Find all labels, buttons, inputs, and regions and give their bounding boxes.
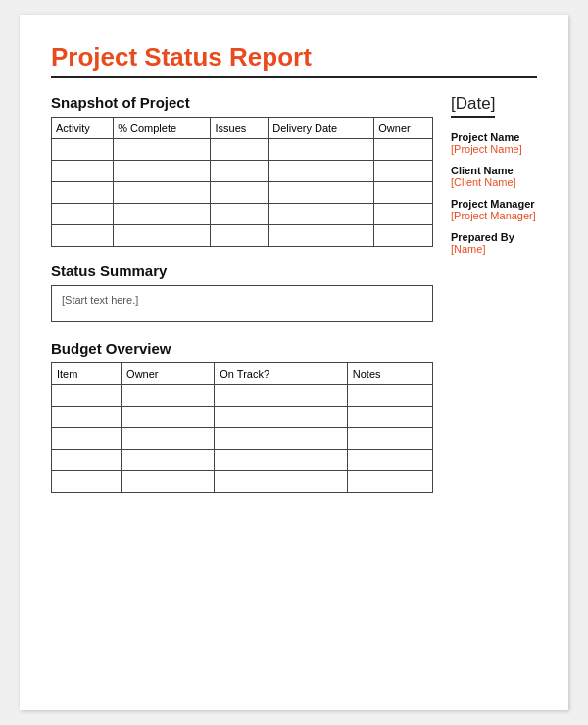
- budget-row: [52, 428, 433, 450]
- status-text-box[interactable]: [Start text here.]: [51, 285, 433, 322]
- budget-cell[interactable]: [122, 471, 215, 493]
- snapshot-cell[interactable]: [269, 204, 374, 225]
- budget-cell[interactable]: [52, 471, 122, 493]
- title-divider: [51, 76, 537, 78]
- project-manager-label: Project Manager: [451, 198, 588, 210]
- snapshot-cell[interactable]: [114, 182, 211, 204]
- budget-col-ontrack: On Track?: [215, 363, 347, 385]
- client-name-block: Client Name [Client Name]: [451, 165, 588, 188]
- snapshot-cell[interactable]: [374, 204, 433, 225]
- project-manager-value[interactable]: [Project Manager]: [451, 210, 588, 221]
- snapshot-cell[interactable]: [269, 161, 374, 182]
- snapshot-title: Snapshot of Project: [51, 94, 433, 111]
- budget-title: Budget Overview: [51, 340, 433, 357]
- snapshot-section: Snapshot of Project Activity % Complete …: [51, 94, 433, 247]
- snapshot-row: [52, 204, 433, 225]
- budget-col-item: Item: [52, 363, 122, 385]
- project-name-value[interactable]: [Project Name]: [451, 143, 588, 155]
- budget-cell[interactable]: [215, 385, 347, 407]
- budget-row: [52, 385, 433, 407]
- snapshot-row: [52, 139, 433, 161]
- snapshot-cell[interactable]: [114, 139, 211, 161]
- budget-cell[interactable]: [122, 450, 215, 471]
- budget-cell[interactable]: [122, 385, 215, 407]
- budget-cell[interactable]: [52, 450, 122, 471]
- budget-cell[interactable]: [347, 407, 432, 428]
- prepared-by-value[interactable]: [Name]: [451, 243, 588, 255]
- snapshot-cell[interactable]: [114, 204, 211, 225]
- snapshot-cell[interactable]: [374, 161, 433, 182]
- snapshot-cell[interactable]: [114, 225, 211, 247]
- client-name-label: Client Name: [451, 165, 588, 176]
- budget-cell[interactable]: [215, 450, 347, 471]
- budget-cell[interactable]: [347, 385, 432, 407]
- snapshot-cell[interactable]: [374, 182, 433, 204]
- date-placeholder[interactable]: [Date]: [451, 94, 495, 118]
- project-name-block: Project Name [Project Name]: [451, 131, 588, 155]
- project-manager-block: Project Manager [Project Manager]: [451, 198, 588, 221]
- snapshot-cell[interactable]: [211, 225, 269, 247]
- snapshot-cell[interactable]: [211, 182, 269, 204]
- right-column: [Date] Project Name [Project Name] Clien…: [451, 94, 588, 493]
- snapshot-cell[interactable]: [114, 161, 211, 182]
- snapshot-cell[interactable]: [269, 139, 374, 161]
- snapshot-cell[interactable]: [52, 204, 114, 225]
- budget-cell[interactable]: [52, 385, 122, 407]
- budget-cell[interactable]: [347, 471, 432, 493]
- left-column: Snapshot of Project Activity % Complete …: [51, 94, 433, 493]
- snapshot-cell[interactable]: [211, 204, 269, 225]
- snapshot-cell[interactable]: [52, 139, 114, 161]
- status-summary-title: Status Summary: [51, 263, 433, 279]
- snapshot-cell[interactable]: [211, 139, 269, 161]
- budget-cell[interactable]: [52, 428, 122, 450]
- client-name-value[interactable]: [Client Name]: [451, 176, 588, 188]
- main-layout: Snapshot of Project Activity % Complete …: [51, 94, 537, 493]
- budget-cell[interactable]: [215, 471, 347, 493]
- prepared-by-block: Prepared By [Name]: [451, 231, 588, 255]
- budget-col-owner: Owner: [122, 363, 215, 385]
- budget-cell[interactable]: [52, 407, 122, 428]
- budget-cell[interactable]: [215, 428, 347, 450]
- page: Project Status Report Snapshot of Projec…: [20, 15, 568, 710]
- snapshot-row: [52, 225, 433, 247]
- budget-row: [52, 450, 433, 471]
- snapshot-cell[interactable]: [52, 182, 114, 204]
- snapshot-cell[interactable]: [269, 225, 374, 247]
- col-issues: Issues: [211, 118, 269, 139]
- snapshot-cell[interactable]: [269, 182, 374, 204]
- col-delivery: Delivery Date: [269, 118, 374, 139]
- budget-cell[interactable]: [122, 428, 215, 450]
- snapshot-cell[interactable]: [211, 161, 269, 182]
- budget-row: [52, 407, 433, 428]
- prepared-by-label: Prepared By: [451, 231, 588, 243]
- col-complete: % Complete: [114, 118, 211, 139]
- snapshot-cell[interactable]: [52, 161, 114, 182]
- snapshot-table: Activity % Complete Issues Delivery Date…: [51, 117, 433, 247]
- col-activity: Activity: [52, 118, 114, 139]
- snapshot-row: [52, 161, 433, 182]
- budget-cell[interactable]: [215, 407, 347, 428]
- project-name-label: Project Name: [451, 131, 588, 143]
- budget-col-notes: Notes: [347, 363, 432, 385]
- snapshot-cell[interactable]: [374, 139, 433, 161]
- budget-cell[interactable]: [122, 407, 215, 428]
- snapshot-cell[interactable]: [374, 225, 433, 247]
- snapshot-header-row: Activity % Complete Issues Delivery Date…: [52, 118, 433, 139]
- status-summary-section: Status Summary [Start text here.]: [51, 263, 433, 322]
- col-owner: Owner: [374, 118, 433, 139]
- budget-cell[interactable]: [347, 428, 432, 450]
- snapshot-cell[interactable]: [52, 225, 114, 247]
- budget-section: Budget Overview Item Owner On Track? Not…: [51, 340, 433, 493]
- budget-header-row: Item Owner On Track? Notes: [52, 363, 433, 385]
- budget-cell[interactable]: [347, 450, 432, 471]
- budget-table: Item Owner On Track? Notes: [51, 362, 433, 493]
- budget-row: [52, 471, 433, 493]
- snapshot-row: [52, 182, 433, 204]
- report-title: Project Status Report: [51, 42, 537, 72]
